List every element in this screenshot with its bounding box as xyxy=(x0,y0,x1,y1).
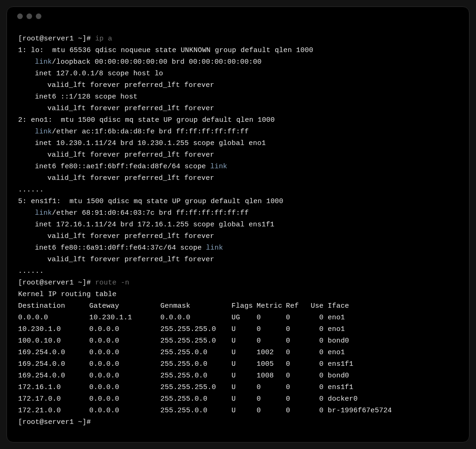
route-metric: 0 xyxy=(257,405,286,416)
route-row: 10.230.1.00.0.0.0255.255.255.0U000eno1 xyxy=(18,324,458,335)
route-use: 0 xyxy=(303,382,328,393)
link-keyword: link xyxy=(206,244,223,252)
interface-header: 1: lo: mtu 65536 qdisc noqueue state UNK… xyxy=(18,45,458,56)
route-flags: U xyxy=(231,382,257,393)
route-flags: UG xyxy=(231,312,257,324)
route-title: Kernel IP routing table xyxy=(18,289,458,300)
link-keyword: link xyxy=(210,163,227,171)
route-ref: 0 xyxy=(286,382,303,393)
interface-header: 2: eno1: mtu 1500 qdisc mq state UP grou… xyxy=(18,114,458,126)
route-row: 169.254.0.00.0.0.0255.255.0.0U100200eno1 xyxy=(18,347,458,358)
route-iface: br-1996f67e5724 xyxy=(328,405,458,416)
ellipsis-line: ...... xyxy=(18,265,458,277)
route-row: 172.17.0.00.0.0.0255.255.0.0U000docker0 xyxy=(18,393,458,405)
route-use: 0 xyxy=(303,370,328,382)
interface-valid-line: valid_lft forever preferred_lft forever xyxy=(18,172,458,184)
route-header-row: DestinationGatewayGenmaskFlagsMetricRefU… xyxy=(18,300,458,312)
link-keyword: link xyxy=(35,58,52,66)
terminal-window: [root@server1 ~]# ip a1: lo: mtu 65536 q… xyxy=(7,7,469,442)
route-iface: ens1f1 xyxy=(328,358,458,370)
route-ref: 0 xyxy=(286,335,303,347)
route-metric: 1005 xyxy=(257,358,286,370)
route-row: 100.0.10.00.0.0.0255.255.255.0U000bond0 xyxy=(18,335,458,347)
shell-prompt: [root@server1 ~]# xyxy=(18,418,91,426)
interface-addr-line: inet 127.0.0.1/8 scope host lo xyxy=(18,68,458,79)
route-ref: 0 xyxy=(286,405,303,416)
route-genmask: 255.255.0.0 xyxy=(160,393,231,405)
interface-valid-line: valid_lft forever preferred_lft forever xyxy=(18,231,458,242)
route-gateway: 0.0.0.0 xyxy=(89,324,160,335)
route-gateway: 0.0.0.0 xyxy=(89,370,160,382)
route-use: 0 xyxy=(303,312,328,324)
route-destination: 169.254.0.0 xyxy=(18,370,89,382)
route-row: 172.16.1.00.0.0.0255.255.255.0U000ens1f1 xyxy=(18,382,458,393)
route-genmask: 0.0.0.0 xyxy=(160,312,231,324)
route-genmask: 255.255.0.0 xyxy=(160,370,231,382)
route-metric: 0 xyxy=(257,335,286,347)
route-genmask: 255.255.0.0 xyxy=(160,347,231,358)
route-gateway: 0.0.0.0 xyxy=(89,405,160,416)
interface-link-line: link/ether ac:1f:6b:da:d8:fe brd ff:ff:f… xyxy=(18,126,458,138)
route-iface: ens1f1 xyxy=(328,382,458,393)
route-genmask: 255.255.255.0 xyxy=(160,324,231,335)
route-destination: 172.17.0.0 xyxy=(18,393,89,405)
interface-valid-line: valid_lft forever preferred_lft forever xyxy=(18,254,458,265)
route-gateway: 0.0.0.0 xyxy=(89,358,160,370)
route-use: 0 xyxy=(303,324,328,335)
route-row: 0.0.0.010.230.1.10.0.0.0UG000eno1 xyxy=(18,312,458,324)
interface-link-line: link/loopback 00:00:00:00:00:00 brd 00:0… xyxy=(18,56,458,68)
route-metric: 1008 xyxy=(257,370,286,382)
route-ref: 0 xyxy=(286,370,303,382)
route-destination: 169.254.0.0 xyxy=(18,358,89,370)
shell-prompt: [root@server1 ~]# xyxy=(18,35,91,43)
route-flags: U xyxy=(231,324,257,335)
route-destination: 10.230.1.0 xyxy=(18,324,89,335)
col-gateway: Gateway xyxy=(89,300,160,312)
route-use: 0 xyxy=(303,405,328,416)
route-ref: 0 xyxy=(286,358,303,370)
route-flags: U xyxy=(231,335,257,347)
route-genmask: 255.255.0.0 xyxy=(160,405,231,416)
prompt-line: [root@server1 ~]# route -n xyxy=(18,277,458,289)
route-ref: 0 xyxy=(286,324,303,335)
col-destination: Destination xyxy=(18,300,89,312)
terminal-output[interactable]: [root@server1 ~]# ip a1: lo: mtu 65536 q… xyxy=(7,25,469,439)
prompt-line: [root@server1 ~]# ip a xyxy=(18,33,458,45)
route-iface: eno1 xyxy=(328,312,458,324)
route-destination: 0.0.0.0 xyxy=(18,312,89,324)
ellipsis-line: ...... xyxy=(18,184,458,196)
col-metric: Metric xyxy=(257,300,286,312)
interface-link-line: link/ether 68:91:d0:64:03:7c brd ff:ff:f… xyxy=(18,207,458,219)
interface-addr-line: inet6 fe80::ae1f:6bff:feda:d8fe/64 scope… xyxy=(18,161,458,172)
route-genmask: 255.255.255.0 xyxy=(160,335,231,347)
link-keyword: link xyxy=(35,209,52,217)
route-use: 0 xyxy=(303,335,328,347)
route-metric: 0 xyxy=(257,382,286,393)
route-ref: 0 xyxy=(286,347,303,358)
route-gateway: 0.0.0.0 xyxy=(89,393,160,405)
route-metric: 0 xyxy=(257,393,286,405)
col-flags: Flags xyxy=(231,300,257,312)
interface-valid-line: valid_lft forever preferred_lft forever xyxy=(18,79,458,91)
route-flags: U xyxy=(231,370,257,382)
interface-valid-line: valid_lft forever preferred_lft forever xyxy=(18,103,458,114)
route-destination: 169.254.0.0 xyxy=(18,347,89,358)
route-gateway: 0.0.0.0 xyxy=(89,382,160,393)
route-flags: U xyxy=(231,393,257,405)
route-destination: 100.0.10.0 xyxy=(18,335,89,347)
route-metric: 1002 xyxy=(257,347,286,358)
route-destination: 172.16.1.0 xyxy=(18,382,89,393)
minimize-icon[interactable] xyxy=(26,13,32,19)
close-icon[interactable] xyxy=(17,13,23,19)
route-genmask: 255.255.255.0 xyxy=(160,382,231,393)
route-metric: 0 xyxy=(257,324,286,335)
route-row: 169.254.0.00.0.0.0255.255.0.0U100800bond… xyxy=(18,370,458,382)
route-row: 169.254.0.00.0.0.0255.255.0.0U100500ens1… xyxy=(18,358,458,370)
zoom-icon[interactable] xyxy=(36,13,41,19)
interface-addr-line: inet6 ::1/128 scope host xyxy=(18,91,458,103)
col-use: Use xyxy=(303,300,328,312)
route-iface: bond0 xyxy=(328,335,458,347)
route-use: 0 xyxy=(303,393,328,405)
interface-addr-line: inet6 fe80::6a91:d0ff:fe64:37c/64 scope … xyxy=(18,242,458,254)
route-genmask: 255.255.0.0 xyxy=(160,358,231,370)
